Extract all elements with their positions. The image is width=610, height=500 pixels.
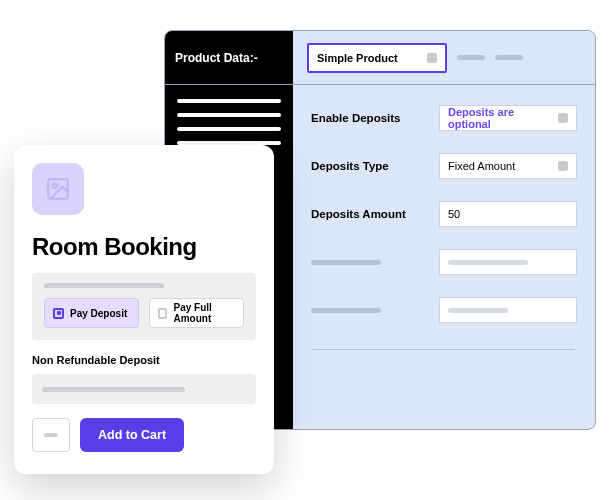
divider xyxy=(313,349,575,350)
field-placeholder xyxy=(311,249,577,275)
header-skeleton xyxy=(495,55,523,60)
non-refundable-field xyxy=(32,374,256,404)
option-pay-full[interactable]: Pay Full Amount xyxy=(149,298,244,328)
field-label: Enable Deposits xyxy=(311,112,421,124)
button-label: Add to Cart xyxy=(98,428,166,442)
field-deposits-amount: Deposits Amount 50 xyxy=(311,201,577,227)
add-to-cart-button[interactable]: Add to Cart xyxy=(80,418,184,452)
header-skeleton xyxy=(457,55,485,60)
product-title: Room Booking xyxy=(32,233,256,261)
radio-icon xyxy=(158,308,167,319)
radio-icon xyxy=(53,308,64,319)
chevron-down-icon xyxy=(558,113,568,123)
deposits-type-select[interactable]: Fixed Amount xyxy=(439,153,577,179)
field-skeleton xyxy=(42,387,185,392)
deposits-amount-input[interactable]: 50 xyxy=(439,201,577,227)
admin-header: Product Data:- Simple Product xyxy=(165,31,595,85)
field-label: Deposits Amount xyxy=(311,208,421,220)
input-value: 50 xyxy=(448,208,460,220)
admin-content: Enable Deposits Deposits are optional De… xyxy=(293,85,595,429)
placeholder-input[interactable] xyxy=(439,249,577,275)
sidebar-item[interactable] xyxy=(177,99,281,103)
non-refundable-label: Non Refundable Deposit xyxy=(32,354,256,366)
select-value: Fixed Amount xyxy=(448,160,515,172)
chevron-down-icon xyxy=(558,161,568,171)
product-type-select[interactable]: Simple Product xyxy=(307,43,447,73)
admin-header-controls: Simple Product xyxy=(293,31,595,84)
svg-point-1 xyxy=(53,184,57,188)
label-skeleton xyxy=(311,260,381,265)
block-heading-skeleton xyxy=(44,283,164,288)
option-label: Pay Deposit xyxy=(70,308,127,319)
payment-options-block: Pay Deposit Pay Full Amount xyxy=(32,273,256,340)
sidebar-item[interactable] xyxy=(177,127,281,131)
quantity-skeleton xyxy=(44,433,58,437)
product-card: Room Booking Pay Deposit Pay Full Amount… xyxy=(14,145,274,474)
value-skeleton xyxy=(448,260,528,265)
sidebar-item[interactable] xyxy=(177,113,281,117)
field-label: Deposits Type xyxy=(311,160,421,172)
select-value: Deposits are optional xyxy=(448,106,558,130)
option-label: Pay Full Amount xyxy=(173,302,235,324)
image-icon xyxy=(45,176,71,202)
cart-row: Add to Cart xyxy=(32,418,256,452)
field-deposits-type: Deposits Type Fixed Amount xyxy=(311,153,577,179)
value-skeleton xyxy=(448,308,508,313)
quantity-stepper[interactable] xyxy=(32,418,70,452)
product-data-title: Product Data:- xyxy=(165,31,293,84)
product-image-placeholder xyxy=(32,163,84,215)
field-placeholder xyxy=(311,297,577,323)
placeholder-input[interactable] xyxy=(439,297,577,323)
product-type-value: Simple Product xyxy=(317,52,398,64)
field-enable-deposits: Enable Deposits Deposits are optional xyxy=(311,105,577,131)
label-skeleton xyxy=(311,308,381,313)
option-pay-deposit[interactable]: Pay Deposit xyxy=(44,298,139,328)
chevron-down-icon xyxy=(427,53,437,63)
enable-deposits-select[interactable]: Deposits are optional xyxy=(439,105,577,131)
